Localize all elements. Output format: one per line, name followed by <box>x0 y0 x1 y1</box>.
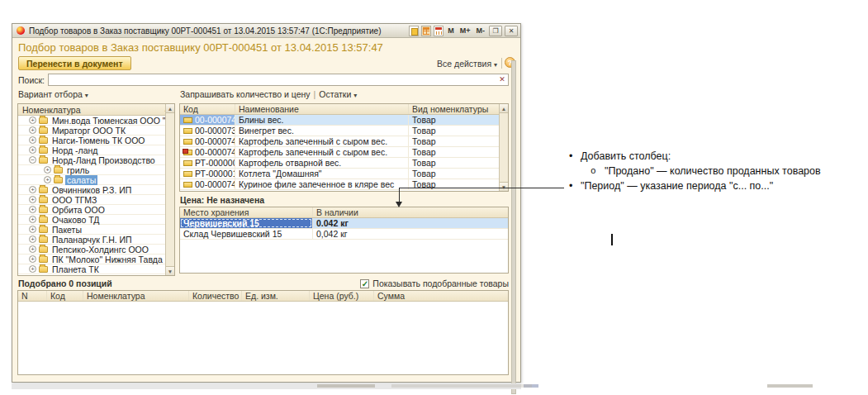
show-selected-label: Показывать подобранные товары <box>372 278 509 288</box>
expand-icon[interactable]: + <box>29 245 36 253</box>
selected-items-header-row[interactable]: N Код Номенклатура Количество Ед. изм. Ц… <box>18 291 508 302</box>
expand-icon[interactable]: + <box>29 136 36 144</box>
search-input[interactable] <box>50 75 496 84</box>
column-header-storage[interactable]: Место хранения <box>180 207 312 217</box>
calculator-icon[interactable] <box>421 26 431 36</box>
tree-item-label: ПК "Молоко" Нижняя Тавда <box>50 255 164 264</box>
folder-icon <box>39 147 48 154</box>
column-header-price[interactable]: Цена (руб.) <box>309 291 373 301</box>
all-actions-button[interactable]: Все действия ▾ <box>437 59 497 69</box>
table-row[interactable]: 00-00007427Картофель запеченный с сыром … <box>180 147 499 158</box>
window-titlebar[interactable]: Подбор товаров в Заказ поставщику 00РТ-0… <box>12 24 520 38</box>
show-selected-checkbox[interactable]: ✓ Показывать подобранные товары <box>360 278 509 288</box>
tree-item[interactable]: +Планета ТК <box>18 264 165 274</box>
remains-label: Остатки <box>319 89 351 99</box>
scroll-down-icon[interactable]: ▼ <box>166 266 174 275</box>
column-header-name[interactable]: Наименование <box>235 104 408 114</box>
product-code: 00-00007427 <box>195 147 235 157</box>
tree-item-selected[interactable]: +салаты <box>18 175 165 185</box>
selected-count-label: Подобрано 0 позиций <box>18 278 112 288</box>
expand-icon[interactable]: + <box>29 117 36 124</box>
product-icon-marked <box>183 150 192 155</box>
table-row-selected[interactable]: Червишевский 15 0.042 кг <box>180 218 508 229</box>
tree-item[interactable]: +Норд -ланд <box>18 145 165 155</box>
column-header-quantity[interactable]: Количество <box>188 291 241 301</box>
nomenclature-tree-panel: Номенклатура ▲ ▲ ▼ +Мин.вода Тюменская О… <box>17 103 175 276</box>
tree-item[interactable]: +ООО ТГМЗ <box>18 195 165 205</box>
product-code: 00-00007425 <box>195 179 235 189</box>
products-scrollbar[interactable]: ▲ ▼ <box>499 104 508 191</box>
calendar-icon[interactable] <box>434 26 443 36</box>
clear-search-icon[interactable]: ✕ <box>497 75 507 84</box>
restore-button[interactable]: ❐ <box>489 26 502 36</box>
tree-item[interactable]: +Пепсико-Холдингс ООО <box>18 245 165 255</box>
table-row[interactable]: 00-00007425Куриное филе запеченное в кля… <box>180 179 499 190</box>
request-qty-price-link[interactable]: Запрашивать количество и цену <box>180 89 311 99</box>
product-icon <box>183 139 192 145</box>
scroll-down-icon[interactable]: ▼ <box>500 182 508 191</box>
tree-item[interactable]: +ПК "Молоко" Нижняя Тавда <box>18 255 165 264</box>
form-scrollbar[interactable] <box>511 60 516 394</box>
column-header-sum[interactable]: Сумма <box>373 291 508 301</box>
expand-icon[interactable]: + <box>44 166 51 174</box>
column-header-available[interactable]: В наличии <box>312 207 508 217</box>
scroll-up-icon[interactable]: ▲ <box>166 104 174 113</box>
products-table: Код Наименование Вид номенклатуры ▲ ▼ 00… <box>179 103 509 192</box>
tree-item[interactable]: +Очаково ТД <box>18 215 165 225</box>
transfer-to-document-button[interactable]: Перенести в документ <box>18 56 131 70</box>
column-header-n[interactable]: N <box>18 291 46 301</box>
column-header-nomenclature[interactable]: Номенклатура <box>83 291 188 301</box>
stock-header-row[interactable]: Место хранения В наличии <box>180 207 508 218</box>
memory-mminus-button[interactable]: М- <box>475 26 487 35</box>
column-header-unit[interactable]: Ед. изм. <box>241 291 309 301</box>
tree-item[interactable]: +Нагси-Тюмень ТК ООО <box>18 136 165 145</box>
tree-scrollbar[interactable]: ▲ ▼ <box>165 104 174 275</box>
table-row[interactable]: РТ-00000124Котлета "Домашняя"Товар <box>180 169 499 179</box>
chevron-down-icon: ▾ <box>85 92 88 99</box>
tree-item[interactable]: +Овчинников Р.З. ИП <box>18 185 165 195</box>
tree-item[interactable]: +Паланарчук Г.Н. ИП <box>18 235 165 245</box>
tree-column-header[interactable]: Номенклатура ▲ <box>18 104 174 116</box>
selection-variant-link[interactable]: Вариант отбора ▾ <box>18 89 88 99</box>
tree-item[interactable]: −Норд-Ланд Производство <box>18 155 165 165</box>
all-actions-label: Все действия <box>437 59 491 69</box>
tree-item[interactable]: +Мин.вода Тюменская ООО "Иром" <box>18 116 165 126</box>
collapse-icon[interactable]: − <box>29 156 36 164</box>
table-row[interactable]: 00-00007359Винегрет вес.Товар <box>180 126 499 136</box>
column-header-code[interactable]: Код <box>46 291 83 301</box>
checkbox-checked-icon[interactable]: ✓ <box>360 279 369 288</box>
tree-item[interactable]: +Пакеты <box>18 225 165 235</box>
table-row-selected[interactable]: 00-00007493Блины вес.Товар <box>180 115 499 126</box>
expand-icon[interactable]: + <box>29 206 36 213</box>
expand-icon[interactable]: + <box>29 236 36 243</box>
document-icon[interactable] <box>409 26 419 36</box>
product-code: 00-00007359 <box>195 126 235 136</box>
remains-link[interactable]: Остатки ▾ <box>319 89 357 99</box>
close-button[interactable]: ✕ <box>505 26 518 36</box>
column-header-code[interactable]: Код <box>180 104 235 114</box>
expand-icon[interactable]: + <box>29 216 36 223</box>
tree-item-label: Орбита ООО <box>50 205 107 215</box>
table-row[interactable]: 00-00007425Картофель запеченный с сыром … <box>180 136 499 147</box>
expand-icon[interactable]: + <box>29 226 36 233</box>
tree-item[interactable]: +Мираторг ООО ТК <box>18 126 165 136</box>
expand-icon[interactable]: + <box>29 126 36 134</box>
expand-icon[interactable]: + <box>44 176 51 183</box>
tree-item[interactable]: +Орбита ООО <box>18 205 165 215</box>
expand-icon[interactable]: + <box>29 255 36 263</box>
memory-m-button[interactable]: М <box>446 26 456 35</box>
scroll-up-icon[interactable]: ▲ <box>500 104 508 113</box>
table-row[interactable]: РТ-00000043Картофель отварной вес.Товар <box>180 158 499 169</box>
table-row[interactable]: Склад Червишевский 15 0,042 кг <box>180 229 508 240</box>
expand-icon[interactable]: + <box>29 186 36 193</box>
annotation-block: • Добавить столбец: o "Продано" — количе… <box>567 149 864 193</box>
chevron-down-icon: ▾ <box>353 92 357 99</box>
expand-icon[interactable]: + <box>29 196 36 203</box>
memory-mplus-button[interactable]: М+ <box>458 26 472 35</box>
expand-icon[interactable]: + <box>29 146 36 154</box>
expand-icon[interactable]: + <box>29 265 36 273</box>
products-header-row[interactable]: Код Наименование Вид номенклатуры <box>180 104 508 115</box>
tree-item[interactable]: +гриль <box>18 165 165 175</box>
column-header-type[interactable]: Вид номенклатуры <box>408 104 508 114</box>
search-row: Поиск: ✕ <box>18 74 509 86</box>
